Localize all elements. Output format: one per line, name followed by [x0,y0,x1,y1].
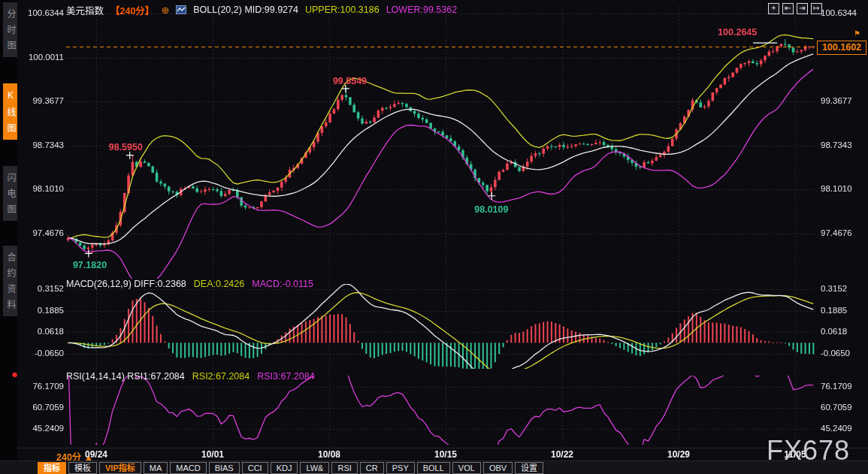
rsi-pane[interactable] [66,376,815,445]
price-alert-icon[interactable]: ⚑ [854,29,860,38]
toolbar-button-8[interactable]: KDJ [271,462,298,474]
sidebar: 分时图K线图闪电图合约资料 [0,0,17,460]
main-axis-label-right: 98.1010 [821,184,852,193]
macd-axis-label-right: 0.1885 [821,306,847,315]
rsi-axis-label-left: 76.1709 [19,382,64,391]
main-chart-pane[interactable] [66,6,815,278]
macd-axis-label-left: 0.1885 [19,306,64,315]
boll-upper-value: UPPER:100.3186 [305,5,380,15]
toolbar-button-10[interactable]: RSI [331,462,357,474]
macd-axis-label-left: 0.3152 [19,284,64,293]
sidebar-tab-1[interactable]: 分时图 [3,2,17,57]
high-annotation: 100.2645 [718,27,757,38]
date-label: 10/08 [318,449,340,460]
main-axis-label-right: 97.4676 [821,228,852,237]
watermark: FX678 [767,435,850,466]
rsi2-value: RSI2:67.2084 [192,371,250,382]
time-axis: 240分 ▲ 09/2410/0110/0810/1510/2210/2911/… [17,448,868,461]
rsi-axis-label-left: 45.2409 [19,424,64,433]
toolbar-button-5[interactable]: MACD [170,462,206,474]
macd-axis-label-left: 0.0618 [19,327,64,336]
add-indicator-icon[interactable]: ⊕ [161,5,169,16]
macd-axis-label-right: -0.0650 [821,349,850,358]
indicator-toolbar: 指标模板VIP指标MAMACDBIASCCIKDJLW&RSICRPSYBOLL… [0,460,868,474]
low-annotation: 97.1820 [73,260,107,270]
date-label: 10/15 [434,449,457,460]
toolbar-button-3[interactable]: VIP指标 [99,462,141,474]
macd-dea-value: DEA:0.2426 [194,279,244,289]
macd-axis-label-left: -0.0650 [19,349,64,358]
low-annotation: 98.0109 [474,204,508,215]
toolbar-button-6[interactable]: BIAS [209,462,240,474]
macd-pane[interactable] [66,284,815,369]
macd-label: MACD(26,12,9) DIFF:0.2368 [66,279,186,289]
sidebar-tab-4[interactable]: 合约资料 [3,246,17,316]
toolbar-button-13[interactable]: BOLL [417,462,450,474]
macd-header: MACD(26,12,9) DIFF:0.2368 DEA:0.2426 MAC… [66,279,313,289]
sidebar-tab-3[interactable]: 闪电图 [3,166,17,221]
chart-thumbnail-icon [176,5,186,14]
window-controls: + ⇤ ⇥ ↦ [768,3,822,14]
high-annotation: 99.5549 [333,76,367,86]
main-axis-label-left: 100.0011 [19,53,64,62]
date-label: 09/24 [85,449,107,460]
macd-axis-label-right: 0.0618 [821,327,847,336]
rsi-label: RSI(14,14,14) RSI1:67.2084 [66,371,185,382]
chart-header: 美元指数 【240分】 ⊕ BOLL(20,2) MID:99.9274 UPP… [66,4,457,16]
toolbar-button-7[interactable]: CCI [242,462,268,474]
date-label: 10/29 [667,449,690,460]
macd-macd-value: MACD:-0.0115 [252,279,313,289]
last-price-tag[interactable]: 100.1602 [817,41,866,55]
toolbar-button-16[interactable]: 设置 [515,462,543,474]
toolbar-button-11[interactable]: CR [360,462,384,474]
rsi-axis-label-left: 60.7059 [19,403,64,412]
toolbar-button-2[interactable]: 模板 [68,462,97,474]
toolbar-button-1[interactable]: 指标 [38,462,66,474]
sidebar-tab-2[interactable]: K线图 [3,83,17,140]
pan-right-icon[interactable]: ↦ [811,3,822,14]
date-label: 10/01 [201,449,224,460]
main-axis-label-left: 98.7343 [19,140,64,149]
main-axis-label-left: 97.4676 [19,228,64,237]
compress-right-icon[interactable]: ⇥ [797,3,808,14]
high-annotation: 98.5950 [109,142,143,152]
main-axis-label-right: 99.3677 [821,96,852,105]
boll-label: BOLL(20,2) MID:99.9274 [193,5,298,15]
toolbar-button-9[interactable]: LW& [300,462,329,474]
main-axis-label-right: 98.7343 [821,140,852,149]
rsi-header: RSI(14,14,14) RSI1:67.2084 RSI2:67.2084 … [66,371,315,382]
rsi-axis-label-right: 76.1709 [821,382,852,391]
rsi-axis-label-right: 45.2409 [821,424,852,433]
main-axis-label-left: 99.3677 [19,96,64,105]
live-indicator-icon: ✹ [11,370,18,380]
rsi-axis-label-right: 60.7059 [821,403,852,412]
main-axis-label-left: 100.6344 [19,8,64,17]
rsi3-value: RSI3:67.2084 [257,371,314,382]
boll-lower-value: LOWER:99.5362 [386,5,458,15]
period-tag: 【240分】 [110,3,154,17]
compress-left-icon[interactable]: ⇤ [782,3,794,14]
toolbar-button-15[interactable]: OBV [483,462,513,474]
toolbar-button-4[interactable]: MA [144,462,168,474]
macd-axis-label-right: 0.3152 [821,284,847,293]
date-label: 10/22 [551,449,573,460]
toolbar-button-12[interactable]: PSY [386,462,415,474]
crosshair-icon[interactable]: + [768,3,779,14]
toolbar-button-14[interactable]: VOL [452,462,481,474]
symbol-title: 美元指数 [66,3,104,17]
main-axis-label-left: 98.1010 [19,184,64,193]
main-axis-label-right: 100.6344 [821,8,857,17]
